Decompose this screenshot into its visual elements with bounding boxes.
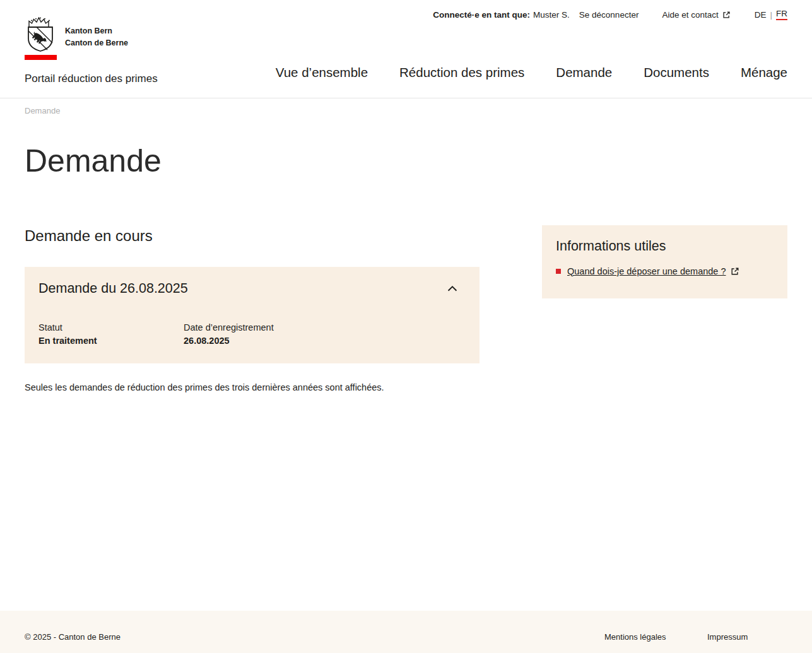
- lang-separator: |: [770, 10, 772, 20]
- brand-name-fr: Canton de Berne: [65, 37, 128, 49]
- page: Connecté·e en tant que:Muster S. Se déco…: [0, 0, 812, 653]
- site-header: Connecté·e en tant que:Muster S. Se déco…: [0, 0, 812, 98]
- main-content: Demande Demande en cours Demande du 26.0…: [0, 144, 812, 392]
- external-link-icon: [722, 11, 731, 19]
- site-footer: © 2025 - Canton de Berne Mentions légale…: [0, 611, 812, 653]
- nav-item-menage[interactable]: Ménage: [741, 65, 787, 80]
- list-item: Quand dois-je déposer une demande ?: [556, 266, 774, 276]
- registration-date-value: 26.08.2025: [184, 336, 274, 346]
- help-contact-link[interactable]: Aide et contact: [662, 10, 730, 20]
- nav-item-demande[interactable]: Demande: [556, 65, 612, 80]
- request-card-title: Demande du 26.08.2025: [38, 281, 188, 297]
- login-status-label: Connecté·e en tant que:: [433, 10, 530, 20]
- brand-name-de: Kanton Bern: [65, 25, 128, 37]
- chevron-up-icon: [445, 282, 459, 296]
- section-title: Demande en cours: [25, 227, 480, 245]
- current-request-section: Demande en cours Demande du 26.08.2025: [25, 225, 480, 392]
- impressum-link[interactable]: Impressum: [707, 632, 748, 642]
- registration-date-field: Date d’enregistrement 26.08.2025: [184, 322, 274, 346]
- request-card-header: Demande du 26.08.2025: [38, 281, 466, 297]
- lang-fr-link[interactable]: FR: [776, 9, 787, 20]
- breadcrumb: Demande: [25, 106, 787, 115]
- useful-info-box: Informations utiles Quand dois-je dépose…: [542, 225, 787, 298]
- bern-coat-of-arms-icon: [25, 17, 56, 55]
- nav-item-reduction-des-primes[interactable]: Réduction des primes: [399, 65, 524, 80]
- login-status: Connecté·e en tant que:Muster S.: [433, 10, 570, 20]
- nav-item-vue-densemble[interactable]: Vue d’ensemble: [276, 65, 368, 80]
- mentions-legales-link[interactable]: Mentions légales: [604, 632, 666, 642]
- brand[interactable]: Kanton Bern Canton de Berne: [25, 17, 128, 55]
- request-card: Demande du 26.08.2025 Statut: [25, 267, 480, 363]
- status-field: Statut En traitement: [38, 322, 184, 346]
- login-user-name: Muster S.: [533, 10, 570, 20]
- when-to-apply-link[interactable]: Quand dois-je déposer une demande ?: [567, 266, 726, 276]
- brand-name: Kanton Bern Canton de Berne: [65, 17, 128, 49]
- request-note: Seules les demandes de réduction des pri…: [25, 382, 480, 392]
- help-contact-label: Aide et contact: [662, 10, 718, 20]
- content-row: Demande en cours Demande du 26.08.2025: [25, 225, 787, 392]
- useful-info-list: Quand dois-je déposer une demande ?: [556, 266, 774, 276]
- main-nav: Vue d’ensemble Réduction des primes Dema…: [276, 65, 787, 80]
- topbar: Connecté·e en tant que:Muster S. Se déco…: [433, 9, 787, 20]
- collapse-button[interactable]: [444, 281, 461, 297]
- logout-link[interactable]: Se déconnecter: [579, 10, 639, 20]
- request-card-fields: Statut En traitement Date d’enregistreme…: [38, 322, 466, 346]
- red-square-bullet-icon: [556, 269, 561, 274]
- status-label: Statut: [38, 322, 184, 332]
- copyright-text: © 2025 - Canton de Berne: [25, 632, 121, 642]
- brand-red-bar: [25, 55, 57, 60]
- language-switch: DE | FR: [755, 9, 787, 20]
- status-value: En traitement: [38, 336, 184, 346]
- useful-info-title: Informations utiles: [556, 238, 774, 254]
- nav-item-documents[interactable]: Documents: [644, 65, 709, 80]
- lang-de-link[interactable]: DE: [755, 10, 767, 20]
- page-title: Demande: [25, 144, 787, 178]
- portal-title: Portail réduction des primes: [25, 73, 158, 85]
- registration-date-label: Date d’enregistrement: [184, 322, 274, 332]
- external-link-icon: [731, 267, 739, 276]
